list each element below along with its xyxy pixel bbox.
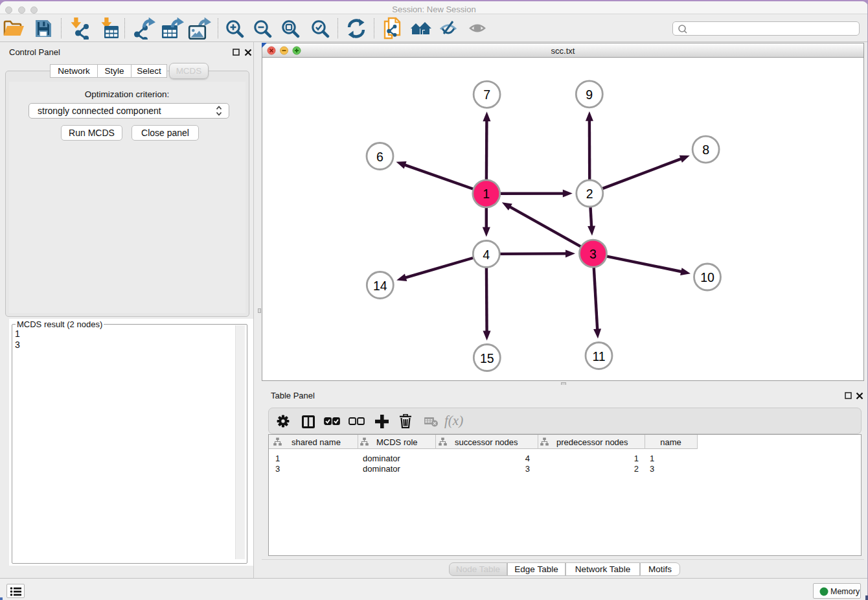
svg-text:4: 4 bbox=[483, 247, 490, 261]
svg-text:8: 8 bbox=[702, 143, 709, 157]
svg-text:10: 10 bbox=[700, 270, 714, 284]
svg-text:2: 2 bbox=[586, 187, 593, 201]
svg-text:6: 6 bbox=[376, 149, 383, 163]
svg-text:11: 11 bbox=[592, 349, 605, 363]
svg-text:1: 1 bbox=[483, 187, 490, 201]
svg-text:14: 14 bbox=[373, 278, 387, 292]
svg-text:7: 7 bbox=[483, 87, 490, 102]
svg-text:15: 15 bbox=[480, 351, 494, 365]
svg-text:9: 9 bbox=[586, 87, 593, 101]
svg-text:3: 3 bbox=[589, 246, 597, 260]
